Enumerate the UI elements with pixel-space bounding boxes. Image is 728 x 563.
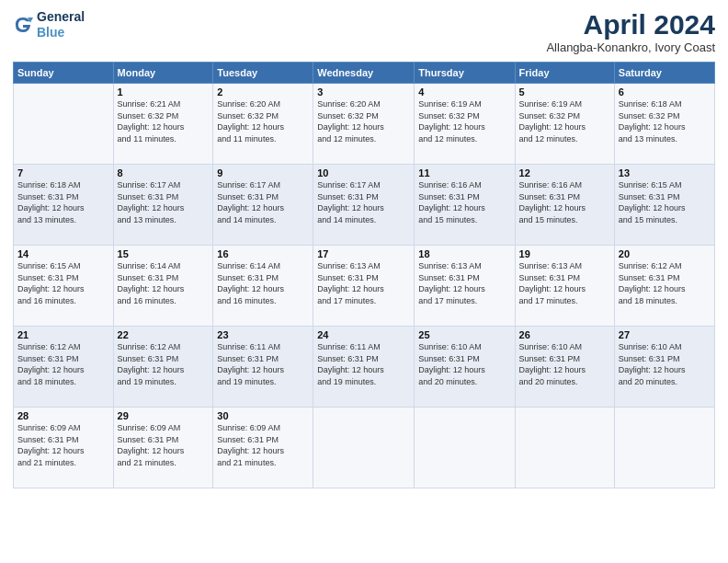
calendar-cell: 25Sunrise: 6:10 AM Sunset: 6:31 PM Dayli…: [415, 327, 515, 408]
day-number: 3: [317, 86, 410, 98]
calendar-cell: 3Sunrise: 6:20 AM Sunset: 6:32 PM Daylig…: [313, 84, 415, 165]
day-number: 5: [519, 86, 610, 98]
calendar-cell: 15Sunrise: 6:14 AM Sunset: 6:31 PM Dayli…: [113, 246, 213, 327]
day-number: 15: [118, 248, 210, 259]
day-number: 6: [619, 86, 711, 98]
day-number: 21: [17, 329, 109, 340]
calendar-cell: 17Sunrise: 6:13 AM Sunset: 6:31 PM Dayli…: [313, 246, 415, 327]
day-info: Sunrise: 6:19 AM Sunset: 6:32 PM Dayligh…: [519, 98, 610, 144]
logo-text: General Blue: [37, 9, 85, 40]
calendar-cell: 21Sunrise: 6:12 AM Sunset: 6:31 PM Dayli…: [14, 327, 114, 408]
day-info: Sunrise: 6:11 AM Sunset: 6:31 PM Dayligh…: [317, 341, 410, 387]
calendar-cell: 27Sunrise: 6:10 AM Sunset: 6:31 PM Dayli…: [614, 327, 714, 408]
logo-line1: General: [37, 9, 85, 25]
day-number: 14: [17, 248, 109, 259]
day-number: 1: [118, 86, 210, 98]
day-number: 4: [418, 86, 510, 98]
day-info: Sunrise: 6:17 AM Sunset: 6:31 PM Dayligh…: [217, 179, 309, 225]
calendar-header-saturday: Saturday: [614, 63, 714, 84]
calendar-cell: 1Sunrise: 6:21 AM Sunset: 6:32 PM Daylig…: [113, 84, 213, 165]
calendar-cell: 24Sunrise: 6:11 AM Sunset: 6:31 PM Dayli…: [313, 327, 415, 408]
day-info: Sunrise: 6:14 AM Sunset: 6:31 PM Dayligh…: [217, 260, 309, 306]
header: General Blue April 2024 Allangba-Konankr…: [13, 9, 715, 54]
day-number: 8: [118, 167, 210, 178]
day-info: Sunrise: 6:18 AM Sunset: 6:31 PM Dayligh…: [17, 179, 109, 225]
calendar-cell: 8Sunrise: 6:17 AM Sunset: 6:31 PM Daylig…: [113, 165, 213, 246]
day-info: Sunrise: 6:14 AM Sunset: 6:31 PM Dayligh…: [118, 260, 210, 306]
day-number: 28: [17, 410, 109, 421]
day-info: Sunrise: 6:15 AM Sunset: 6:31 PM Dayligh…: [619, 179, 711, 225]
day-number: 30: [217, 410, 309, 421]
day-number: 12: [519, 167, 610, 178]
day-info: Sunrise: 6:13 AM Sunset: 6:31 PM Dayligh…: [519, 260, 610, 306]
calendar-cell: 14Sunrise: 6:15 AM Sunset: 6:31 PM Dayli…: [14, 246, 114, 327]
calendar-cell: 4Sunrise: 6:19 AM Sunset: 6:32 PM Daylig…: [415, 84, 515, 165]
day-number: 26: [519, 329, 610, 340]
day-number: 25: [418, 329, 510, 340]
day-number: 24: [317, 329, 410, 340]
calendar-week-3: 14Sunrise: 6:15 AM Sunset: 6:31 PM Dayli…: [14, 246, 715, 327]
calendar-header-sunday: Sunday: [14, 63, 114, 84]
day-number: 29: [118, 410, 210, 421]
calendar-cell: 30Sunrise: 6:09 AM Sunset: 6:31 PM Dayli…: [213, 408, 313, 488]
calendar-header-monday: Monday: [113, 63, 213, 84]
day-info: Sunrise: 6:09 AM Sunset: 6:31 PM Dayligh…: [118, 422, 210, 468]
calendar-header-friday: Friday: [515, 63, 614, 84]
day-number: 23: [217, 329, 309, 340]
logo-icon: [13, 15, 33, 35]
logo: General Blue: [13, 9, 85, 40]
logo-line2: Blue: [37, 25, 85, 40]
day-info: Sunrise: 6:10 AM Sunset: 6:31 PM Dayligh…: [418, 341, 510, 387]
day-number: 11: [418, 167, 510, 178]
day-number: 2: [217, 86, 309, 98]
day-info: Sunrise: 6:17 AM Sunset: 6:31 PM Dayligh…: [317, 179, 410, 225]
calendar-cell: [313, 408, 415, 488]
calendar-cell: [415, 408, 515, 488]
page: General Blue April 2024 Allangba-Konankr…: [0, 0, 728, 563]
day-number: 17: [317, 248, 410, 259]
day-number: 7: [17, 167, 109, 178]
day-info: Sunrise: 6:10 AM Sunset: 6:31 PM Dayligh…: [619, 341, 711, 387]
main-title: April 2024: [546, 9, 715, 40]
calendar-cell: 19Sunrise: 6:13 AM Sunset: 6:31 PM Dayli…: [515, 246, 614, 327]
day-number: 19: [519, 248, 610, 259]
day-info: Sunrise: 6:15 AM Sunset: 6:31 PM Dayligh…: [17, 260, 109, 306]
calendar-cell: 10Sunrise: 6:17 AM Sunset: 6:31 PM Dayli…: [313, 165, 415, 246]
calendar-week-2: 7Sunrise: 6:18 AM Sunset: 6:31 PM Daylig…: [14, 165, 715, 246]
subtitle: Allangba-Konankro, Ivory Coast: [546, 40, 715, 54]
calendar-cell: [614, 408, 714, 488]
day-number: 27: [619, 329, 711, 340]
calendar-cell: [515, 408, 614, 488]
calendar-cell: 2Sunrise: 6:20 AM Sunset: 6:32 PM Daylig…: [213, 84, 313, 165]
calendar-cell: 22Sunrise: 6:12 AM Sunset: 6:31 PM Dayli…: [113, 327, 213, 408]
day-info: Sunrise: 6:12 AM Sunset: 6:31 PM Dayligh…: [619, 260, 711, 306]
calendar-cell: 20Sunrise: 6:12 AM Sunset: 6:31 PM Dayli…: [614, 246, 714, 327]
day-info: Sunrise: 6:18 AM Sunset: 6:32 PM Dayligh…: [619, 98, 711, 144]
day-info: Sunrise: 6:20 AM Sunset: 6:32 PM Dayligh…: [217, 98, 309, 144]
calendar-cell: 9Sunrise: 6:17 AM Sunset: 6:31 PM Daylig…: [213, 165, 313, 246]
day-number: 20: [619, 248, 711, 259]
day-info: Sunrise: 6:12 AM Sunset: 6:31 PM Dayligh…: [17, 341, 109, 387]
calendar-header-row: SundayMondayTuesdayWednesdayThursdayFrid…: [14, 63, 715, 84]
calendar-header-tuesday: Tuesday: [213, 63, 313, 84]
day-info: Sunrise: 6:16 AM Sunset: 6:31 PM Dayligh…: [519, 179, 610, 225]
day-info: Sunrise: 6:11 AM Sunset: 6:31 PM Dayligh…: [217, 341, 309, 387]
day-info: Sunrise: 6:17 AM Sunset: 6:31 PM Dayligh…: [118, 179, 210, 225]
day-info: Sunrise: 6:10 AM Sunset: 6:31 PM Dayligh…: [519, 341, 610, 387]
calendar-table: SundayMondayTuesdayWednesdayThursdayFrid…: [13, 62, 715, 488]
calendar-header-thursday: Thursday: [415, 63, 515, 84]
day-info: Sunrise: 6:13 AM Sunset: 6:31 PM Dayligh…: [418, 260, 510, 306]
day-number: 18: [418, 248, 510, 259]
calendar-cell: 7Sunrise: 6:18 AM Sunset: 6:31 PM Daylig…: [14, 165, 114, 246]
calendar-week-5: 28Sunrise: 6:09 AM Sunset: 6:31 PM Dayli…: [14, 408, 715, 488]
calendar-cell: 26Sunrise: 6:10 AM Sunset: 6:31 PM Dayli…: [515, 327, 614, 408]
calendar-week-4: 21Sunrise: 6:12 AM Sunset: 6:31 PM Dayli…: [14, 327, 715, 408]
calendar-header-wednesday: Wednesday: [313, 63, 415, 84]
day-info: Sunrise: 6:19 AM Sunset: 6:32 PM Dayligh…: [418, 98, 510, 144]
calendar-cell: 12Sunrise: 6:16 AM Sunset: 6:31 PM Dayli…: [515, 165, 614, 246]
day-info: Sunrise: 6:16 AM Sunset: 6:31 PM Dayligh…: [418, 179, 510, 225]
calendar-cell: 13Sunrise: 6:15 AM Sunset: 6:31 PM Dayli…: [614, 165, 714, 246]
calendar-cell: 11Sunrise: 6:16 AM Sunset: 6:31 PM Dayli…: [415, 165, 515, 246]
day-number: 9: [217, 167, 309, 178]
calendar-cell: 6Sunrise: 6:18 AM Sunset: 6:32 PM Daylig…: [614, 84, 714, 165]
